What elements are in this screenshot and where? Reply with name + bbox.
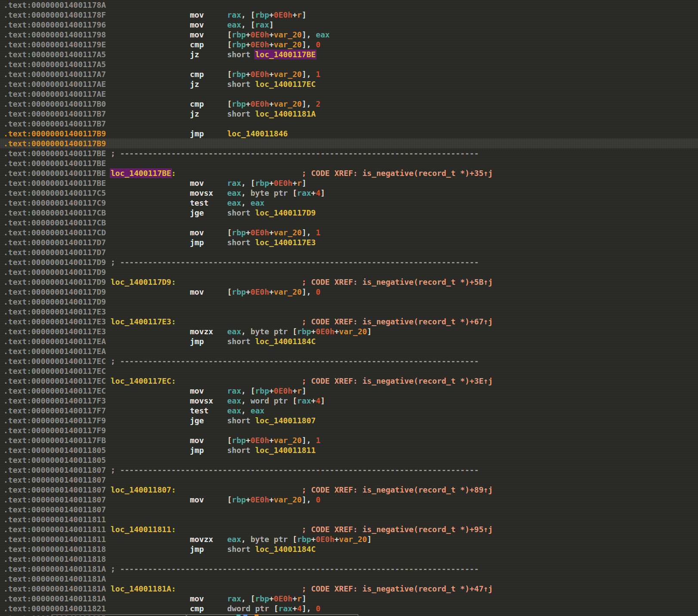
mnemonic[interactable]: mov	[190, 287, 228, 296]
line-address[interactable]: .text:00000001400117B0	[3, 99, 106, 108]
listing-line[interactable]: .text:00000001400117CB jge short loc_140…	[0, 208, 698, 218]
immediate-value[interactable]: 4	[316, 396, 320, 405]
listing-line[interactable]: .text:000000014001178A	[0, 0, 698, 10]
register-operand[interactable]: eax	[250, 406, 264, 415]
line-address[interactable]: .text:0000000140011798	[3, 30, 106, 39]
listing-line[interactable]: .text:00000001400117B0 cmp [rbp+0E0h+var…	[0, 99, 698, 109]
line-address[interactable]: .text:00000001400117D9	[3, 297, 106, 306]
listing-line[interactable]: .text:00000001400117D9 loc_1400117D9: ; …	[0, 277, 698, 287]
register-operand[interactable]: rbp	[232, 30, 246, 39]
mnemonic[interactable]: jge	[190, 208, 228, 217]
listing-line[interactable]: .text:0000000140011807 mov [rbp+0E0h+var…	[0, 495, 698, 505]
mnemonic[interactable]: jmp	[190, 545, 228, 554]
location-label[interactable]: loc_14001181A	[111, 584, 171, 593]
register-operand[interactable]: rax	[227, 10, 241, 19]
listing-line-partial[interactable]: .text:0000000140011825	[0, 613, 698, 616]
register-operand[interactable]: rbp	[297, 327, 311, 336]
stack-variable[interactable]: var_20	[274, 495, 302, 504]
listing-line[interactable]: .text:00000001400117AE	[0, 89, 698, 99]
line-address[interactable]: .text:00000001400117EC	[3, 357, 106, 366]
listing-line[interactable]: .text:00000001400117D9	[0, 297, 698, 307]
immediate-value[interactable]: 0	[316, 40, 320, 49]
line-address[interactable]: .text:00000001400117D9	[3, 258, 106, 267]
line-address[interactable]: .text:00000001400117EC	[3, 386, 106, 395]
listing-line[interactable]: .text:0000000140011811 loc_140011811: ; …	[0, 524, 698, 534]
line-address[interactable]: .text:00000001400117D9	[3, 268, 106, 277]
register-operand[interactable]: rax	[227, 594, 241, 603]
immediate-value[interactable]: 4	[297, 604, 302, 613]
line-address[interactable]: .text:0000000140011818	[3, 554, 106, 564]
listing-line[interactable]: .text:00000001400117CB	[0, 218, 698, 228]
location-label-ref[interactable]: loc_1400117E3	[255, 238, 316, 247]
line-address[interactable]: .text:0000000140011807	[3, 495, 106, 504]
listing-line[interactable]: .text:000000014001181A ; ---------------…	[0, 564, 698, 574]
register-operand[interactable]: rbp	[297, 535, 311, 544]
mnemonic[interactable]: movsx	[190, 188, 228, 197]
register-operand[interactable]: rbp	[255, 594, 269, 603]
mnemonic[interactable]: jz	[190, 50, 228, 59]
hex-offset[interactable]: 0E0h	[250, 228, 269, 237]
line-address[interactable]: .text:0000000140011807	[3, 485, 106, 494]
line-address[interactable]: .text:000000014001181A	[3, 584, 106, 593]
listing-line[interactable]: .text:00000001400117BE ; ---------------…	[0, 148, 698, 158]
line-address[interactable]: .text:0000000140011807	[3, 475, 106, 484]
listing-line[interactable]: .text:00000001400117EA	[0, 346, 698, 356]
listing-line[interactable]: .text:00000001400117FB mov [rbp+0E0h+var…	[0, 435, 698, 445]
hex-offset[interactable]: 0E0h	[250, 287, 269, 296]
line-address[interactable]: .text:00000001400117A7	[3, 70, 106, 79]
register-operand[interactable]: rbp	[232, 287, 246, 296]
line-address[interactable]: .text:00000001400117B7	[3, 119, 106, 128]
disassembly-listing[interactable]: .text:000000014001178A.text:000000014001…	[0, 0, 698, 616]
line-address[interactable]: .text:0000000140011796	[3, 20, 106, 29]
register-operand[interactable]: eax	[250, 198, 264, 207]
listing-line[interactable]: .text:00000001400117BE loc_1400117BE: ; …	[0, 168, 698, 178]
listing-line[interactable]: .text:00000001400117AE jz short loc_1400…	[0, 79, 698, 89]
immediate-value[interactable]: 2	[316, 99, 320, 108]
line-address[interactable]: .text:000000014001181A	[3, 594, 106, 603]
listing-line[interactable]: .text:00000001400117F3 movsx eax, word p…	[0, 396, 698, 406]
line-address[interactable]: .text:00000001400117BE	[3, 169, 106, 178]
mnemonic[interactable]: mov	[190, 30, 228, 39]
line-address[interactable]: .text:00000001400117AE	[3, 89, 106, 99]
line-address[interactable]: .text:0000000140011821	[3, 604, 106, 613]
line-address[interactable]: .text:00000001400117CB	[3, 218, 106, 227]
stack-variable[interactable]: var_20	[274, 30, 302, 39]
hex-offset[interactable]: 0E0h	[250, 70, 269, 79]
hex-offset[interactable]: 0E0h	[250, 99, 269, 108]
register-operand[interactable]: eax	[227, 198, 241, 207]
line-address[interactable]: .text:00000001400117E3	[3, 317, 106, 326]
location-label-ref[interactable]: loc_140011846	[227, 129, 288, 138]
listing-line[interactable]: .text:0000000140011807	[0, 475, 698, 485]
stack-variable[interactable]: r	[297, 386, 302, 395]
listing-line[interactable]: .text:000000014001178F mov rax, [rbp+0E0…	[0, 10, 698, 20]
line-address[interactable]: .text:00000001400117BE	[3, 149, 106, 158]
listing-line[interactable]: .text:00000001400117E3 movzx eax, byte p…	[0, 326, 698, 336]
hex-offset[interactable]: 0E0h	[250, 30, 269, 39]
immediate-value[interactable]: 1	[316, 70, 320, 79]
line-address[interactable]: .text:000000014001179E	[3, 40, 106, 49]
mnemonic[interactable]: jmp	[190, 238, 228, 247]
listing-line[interactable]: .text:000000014001179E cmp [rbp+0E0h+var…	[0, 40, 698, 49]
line-address[interactable]: .text:00000001400117D9	[3, 277, 106, 286]
location-label[interactable]: loc_1400117EC	[111, 376, 171, 385]
hex-offset[interactable]: 0E0h	[274, 179, 292, 188]
listing-line[interactable]: .text:00000001400117D9 mov [rbp+0E0h+var…	[0, 287, 698, 297]
highlighted-location-ref[interactable]: loc_1400117BE	[254, 49, 317, 59]
mnemonic[interactable]: mov	[190, 20, 228, 29]
line-address[interactable]: .text:00000001400117B9	[3, 139, 106, 148]
line-address[interactable]: .text:00000001400117F9	[3, 426, 106, 435]
location-label[interactable]: loc_140011807	[111, 485, 171, 494]
location-label-ref[interactable]: loc_140011807	[255, 416, 316, 425]
mnemonic[interactable]: movzx	[190, 327, 228, 336]
register-operand[interactable]: eax	[227, 188, 241, 197]
stack-variable[interactable]: var_20	[274, 436, 302, 445]
location-label-ref[interactable]: loc_14001184C	[255, 337, 316, 346]
listing-line[interactable]: .text:00000001400117EC ; ---------------…	[0, 356, 698, 366]
line-address[interactable]: .text:00000001400117E3	[3, 307, 106, 316]
stack-variable[interactable]: var_20	[339, 535, 367, 544]
listing-line[interactable]: .text:00000001400117E3	[0, 307, 698, 317]
listing-line[interactable]: .text:0000000140011807 ; ---------------…	[0, 465, 698, 475]
line-address[interactable]: .text:00000001400117AE	[3, 80, 106, 89]
line-address[interactable]: .text:00000001400117D7	[3, 238, 106, 247]
register-operand[interactable]: eax	[227, 396, 241, 405]
